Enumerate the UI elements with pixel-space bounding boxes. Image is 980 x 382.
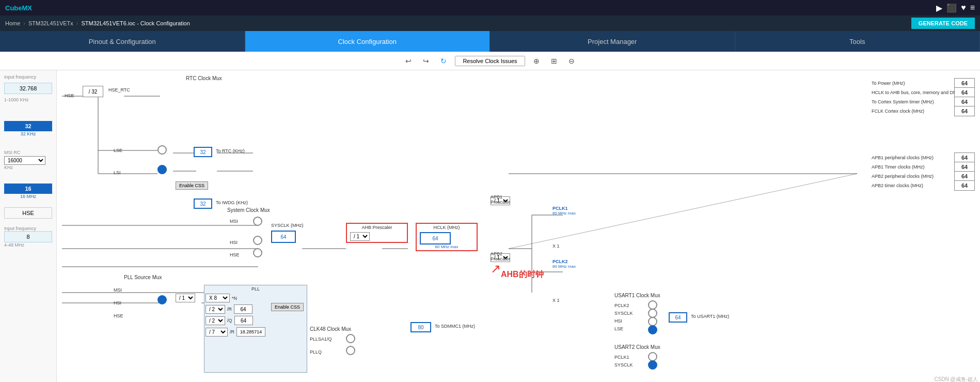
- pclk1-label: PCLK1: [552, 206, 568, 211]
- zoom-out-button[interactable]: ⊖: [565, 56, 578, 66]
- hse-line-label: HSE: [65, 93, 74, 98]
- output-row-7: 64 APB2 timer clocks (MHz): [779, 183, 975, 188]
- fit-button[interactable]: ⊞: [548, 56, 560, 66]
- clk48-mux1[interactable]: [346, 334, 355, 343]
- zoom-in-button[interactable]: ⊕: [530, 56, 543, 66]
- usart2-mux2[interactable]: [648, 360, 657, 370]
- freq2-range: 4-48 MHz: [4, 242, 52, 248]
- output-val-3: 64: [954, 106, 975, 116]
- pll-hsi: HSI: [114, 300, 121, 305]
- usart2-clk-label: USART2 Clock Mux: [614, 344, 660, 350]
- input-freq-label: Input frequency: [4, 74, 52, 80]
- pllm-section: / 1/ 2: [176, 294, 195, 302]
- rtc-mux3[interactable]: [157, 165, 167, 174]
- pclk2-max: 80 MHz max: [552, 264, 576, 269]
- pllq-label2: PLLQ: [310, 349, 322, 355]
- output-val-1: 64: [954, 87, 975, 98]
- icon-menu[interactable]: ≡: [970, 3, 975, 13]
- resolve-clock-button[interactable]: Resolve Clock Issues: [455, 56, 525, 66]
- msi-unit: KHz: [4, 165, 52, 170]
- usart1-mux4[interactable]: [648, 325, 657, 334]
- hse-rtc-label: HSE_RTC: [108, 87, 130, 93]
- pll-source-mux-label: PLL Source Mux: [124, 274, 162, 280]
- pllm-select[interactable]: / 1/ 2: [176, 294, 195, 302]
- apb2-x1: X 1: [552, 298, 560, 303]
- clock-diagram: RTC Clock Mux HSE / 32 HSE_RTC LSE LSI 3…: [57, 70, 980, 382]
- pllp-label: /R: [230, 329, 234, 334]
- rtc-val-box[interactable]: 32: [194, 147, 212, 157]
- hclk-label: HCLK (MHz): [420, 225, 473, 230]
- usart1-pclk2: PCLK2: [614, 303, 629, 308]
- clk48-mux2[interactable]: [346, 346, 355, 355]
- sdmmc-val[interactable]: 80: [410, 322, 431, 332]
- ahb-div-select[interactable]: / 1/ 2/ 4: [350, 232, 370, 241]
- output-row-6: 64 APB2 peripheral clocks (MHz): [779, 174, 975, 179]
- pll-mux-hsi[interactable]: [157, 295, 167, 304]
- breadcrumb-project[interactable]: STM32L451VETx: [28, 20, 73, 26]
- apb1-x1: X 1: [552, 243, 560, 249]
- lsi-box[interactable]: 32: [4, 121, 52, 131]
- plln-select[interactable]: X 8X 6X 16: [206, 294, 230, 302]
- iwdg-val-box[interactable]: 32: [194, 198, 212, 209]
- usart2-pclk1: PCLK1: [614, 355, 629, 360]
- cn-annotation: AHB的时钟: [501, 269, 544, 280]
- tab-bar: Pinout & Configuration Clock Configurati…: [0, 31, 980, 52]
- breadcrumb-file[interactable]: STM32L451VET6.ioc - Clock Configuration: [82, 20, 190, 26]
- clk48-label: CLK48 Clock Mux: [310, 326, 351, 332]
- output-val-2: 64: [954, 97, 975, 107]
- hclk-max: 80 MHz max: [420, 245, 473, 249]
- enable-css2[interactable]: Enable CSS: [271, 303, 304, 311]
- undo-button[interactable]: ↩: [402, 56, 415, 66]
- breadcrumb-home[interactable]: Home: [5, 20, 20, 26]
- pllq-select[interactable]: / 2/ 4: [206, 316, 225, 325]
- msi-select[interactable]: 16000 4000 8000: [4, 156, 45, 165]
- input-freq2-box[interactable]: 8: [4, 231, 52, 242]
- apb2-prescaler-label: APB2 Prescaler: [491, 251, 510, 262]
- icon-back[interactable]: ⬛: [946, 3, 957, 13]
- apb1-prescaler-label: APB1 Prescaler: [491, 194, 510, 205]
- lsi-label-diag: LSI: [114, 170, 121, 175]
- ahb-prescaler-label: AHB Prescaler: [350, 225, 404, 230]
- output-val-4: 64: [954, 152, 975, 163]
- top-bar: CubeMX ▶ ⬛ ♥ ≡: [0, 0, 980, 16]
- usart1-dest: To USART1 (MHz): [691, 314, 729, 319]
- msi-diag-label: MSI: [230, 219, 238, 224]
- hsi-label: 16 MHz: [4, 194, 52, 199]
- icon-heart[interactable]: ♥: [961, 3, 966, 13]
- watermark: CSDN @咸鱼-超人: [934, 376, 978, 382]
- hse-box[interactable]: HSE: [4, 207, 52, 219]
- hclk-val-box[interactable]: 64: [420, 232, 451, 245]
- div32-box[interactable]: / 32: [83, 86, 103, 97]
- redo-button[interactable]: ↪: [420, 56, 432, 66]
- output-row-4: 64 APB1 peripheral clocks (MHz): [779, 155, 975, 160]
- usart1-clk-label: USART1 Clock Mux: [614, 293, 660, 298]
- pllp-select[interactable]: / 7/ 17: [206, 328, 228, 337]
- usart1-val[interactable]: 64: [669, 312, 687, 323]
- enable-css1[interactable]: Enable CSS: [176, 181, 208, 190]
- output-val-5: 64: [954, 162, 975, 172]
- breadcrumb: Home › STM32L451VETx › STM32L451VET6.ioc…: [0, 16, 980, 31]
- tab-tools[interactable]: Tools: [735, 31, 981, 52]
- tab-clock[interactable]: Clock Configuration: [245, 31, 491, 52]
- icon-play[interactable]: ▶: [936, 3, 942, 13]
- pll-msi: MSI: [114, 287, 122, 293]
- refresh-button[interactable]: ↻: [437, 56, 450, 66]
- tab-pinout[interactable]: Pinout & Configuration: [0, 31, 245, 52]
- generate-code-button[interactable]: GENERATE CODE: [911, 18, 975, 29]
- rtc-mux1[interactable]: [157, 145, 167, 155]
- sys-mux2[interactable]: [253, 236, 262, 245]
- pllr-select[interactable]: / 2/ 4: [206, 305, 225, 314]
- pllr-val: 64: [234, 304, 252, 314]
- toolbar: ↩ ↪ ↻ Resolve Clock Issues ⊕ ⊞ ⊖: [0, 52, 980, 70]
- pll-label: PLL: [206, 286, 306, 292]
- pclk2-label: PCLK2: [552, 259, 568, 264]
- output-row-2: 64 To Cortex System timer (MHz): [779, 99, 975, 104]
- lse-label: LSE: [114, 148, 122, 153]
- sys-mux3[interactable]: [253, 248, 262, 257]
- output-val-7: 64: [954, 180, 975, 191]
- sys-mux1[interactable]: [253, 217, 262, 226]
- tab-project[interactable]: Project Manager: [490, 31, 735, 52]
- sysclk-val-box[interactable]: 64: [271, 231, 296, 243]
- input-freq-box[interactable]: 32.768: [4, 83, 52, 94]
- hsi-box[interactable]: 16: [4, 184, 52, 194]
